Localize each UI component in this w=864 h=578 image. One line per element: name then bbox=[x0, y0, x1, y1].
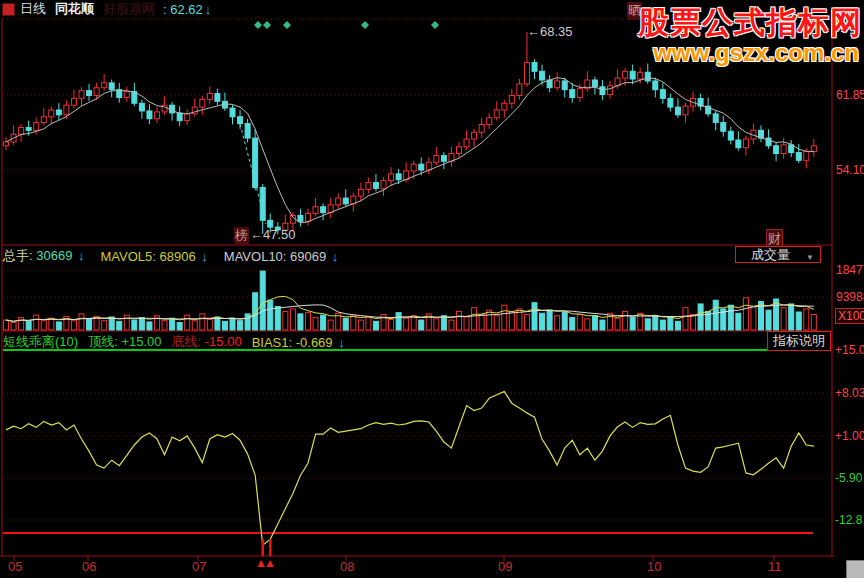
last-price: 62.62 bbox=[170, 2, 203, 17]
volume-axis-label: 93988 bbox=[836, 290, 864, 304]
bias-header: 短线乖离(10) 顶线: +15.00 底线: -15.00 BIAS1: -0… bbox=[3, 333, 345, 351]
time-axis-label: 08 bbox=[340, 559, 354, 574]
scrollbar-corner[interactable] bbox=[846, 560, 864, 578]
mavol10-value: 69069 bbox=[290, 249, 326, 264]
mavol5-label: MAVOL5: bbox=[101, 249, 156, 264]
mavol10-label: MAVOL10: bbox=[224, 249, 287, 264]
price-separator: : bbox=[163, 2, 167, 17]
indicator-help-button[interactable]: 指标说明 bbox=[767, 331, 831, 351]
time-axis-label: 05 bbox=[8, 559, 22, 574]
bias-indicator-name: 短线乖离(10) bbox=[3, 333, 78, 351]
volume-unit-badge: X100 bbox=[835, 308, 864, 324]
low-annotation: ←47.50 bbox=[250, 227, 296, 242]
topline-value: +15.00 bbox=[121, 334, 161, 349]
bias-axis-label: -12.8 bbox=[835, 513, 862, 527]
bias-axis-label: -5.90 bbox=[835, 471, 862, 485]
site-watermark: 股票公式指标网 www.gszx.com.cn bbox=[638, 7, 862, 65]
mavol5-arrow: ↓ bbox=[201, 249, 208, 264]
mavol5-value: 68906 bbox=[160, 249, 196, 264]
pane-frame bbox=[0, 18, 835, 561]
bias-axis-label: +8.03 bbox=[835, 386, 864, 400]
time-axis-label: 07 bbox=[192, 559, 206, 574]
time-axis-label: 06 bbox=[82, 559, 96, 574]
bias1-arrow: ↓ bbox=[338, 335, 345, 350]
mavol10-arrow: ↓ bbox=[332, 249, 339, 264]
bias-axis-label: +1.00 bbox=[835, 429, 864, 443]
volume-axis-label: 18477 bbox=[836, 263, 864, 277]
indicator-dropdown-label: 成交量 bbox=[751, 247, 790, 262]
event-diamond-markers bbox=[254, 21, 439, 29]
bottomline-value: -15.00 bbox=[205, 334, 242, 349]
bottomline-label: 底线: bbox=[172, 334, 202, 349]
zongshou-arrow: ↓ bbox=[78, 248, 85, 263]
zongshou-label: 总手: bbox=[3, 248, 33, 263]
high-annotation: ←68.35 bbox=[527, 24, 573, 39]
price-down-arrow: ↓ bbox=[205, 2, 212, 17]
chart-header: 日线 同花顺 好股票网 : 62.62 ↓ bbox=[2, 1, 211, 17]
indicator-dropdown[interactable]: 成交量 ▼ bbox=[735, 246, 821, 263]
time-axis-label: 09 bbox=[498, 559, 512, 574]
chevron-down-icon[interactable]: ▼ bbox=[806, 250, 814, 266]
chart-canvas bbox=[0, 0, 864, 578]
bias-line bbox=[6, 392, 814, 545]
period-label[interactable]: 日线 bbox=[20, 0, 46, 18]
bias1-value: -0.669 bbox=[296, 335, 333, 350]
volume-header: 总手: 30669 ↓ MAVOL5: 68906 ↓ MAVOL10: 690… bbox=[3, 247, 338, 265]
price-axis-label: 54.10 bbox=[836, 163, 864, 177]
buy-signal-triangles: ▲▲ bbox=[255, 556, 273, 570]
volume-series bbox=[4, 271, 817, 330]
watermark-title: 股票公式指标网 bbox=[638, 7, 862, 40]
time-axis-label: 10 bbox=[647, 559, 661, 574]
bias-axis-label: +15.00 bbox=[835, 343, 864, 357]
app-icon bbox=[2, 3, 15, 16]
bias1-label: BIAS1: bbox=[252, 335, 292, 350]
faint-watermark: 好股票网 bbox=[103, 0, 155, 18]
watermark-url: www.gszx.com.cn bbox=[638, 40, 859, 65]
price-axis-label: 61.85 bbox=[836, 88, 864, 102]
stray-char-middle: 榜 bbox=[234, 227, 249, 245]
zongshou-value: 30669 bbox=[36, 248, 72, 263]
app-name: 同花顺 bbox=[55, 0, 94, 18]
topline-label: 顶线: bbox=[88, 334, 118, 349]
time-axis-label: 11 bbox=[768, 559, 782, 574]
